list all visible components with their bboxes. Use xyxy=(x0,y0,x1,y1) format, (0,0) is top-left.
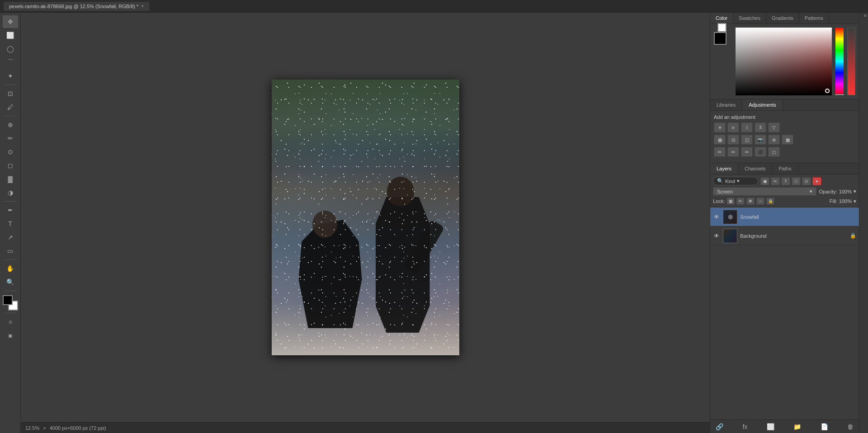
foreground-color-swatch[interactable] xyxy=(3,295,13,305)
path-select-tool[interactable]: ↗ xyxy=(3,231,18,244)
layer-mask-btn[interactable]: ⬜ xyxy=(765,422,776,431)
marquee-rect-tool[interactable]: ⬜ xyxy=(3,29,18,42)
canvas-image xyxy=(272,80,459,355)
kind-label: Kind xyxy=(725,179,735,184)
canvas-container[interactable] xyxy=(21,13,710,422)
lasso-tool[interactable]: ⌒ xyxy=(3,56,18,69)
adjustments-panel: Libraries Adjustments Add an adjustment … xyxy=(710,99,859,163)
new-group-btn[interactable]: 📁 xyxy=(792,422,803,431)
brush-tool[interactable]: ✏ xyxy=(3,132,18,145)
document-title: pexels-ramtin-ak-878668.jpg @ 12.5% (Sno… xyxy=(9,4,138,9)
posterize-btn[interactable]: ✏ xyxy=(727,147,739,157)
eyedropper-tool[interactable]: 🖊 xyxy=(3,101,18,113)
new-layer-btn[interactable]: 📄 xyxy=(819,422,830,431)
opacity-value[interactable]: 100% xyxy=(839,189,852,194)
zoom-tool[interactable]: 🔍 xyxy=(3,276,18,288)
magic-wand-tool[interactable]: ✦ xyxy=(3,70,18,82)
adjustments-body: Add an adjustment ☀ ≡ ⌇ ⧖ ▽ ▦ ⚖ ◫ 📷 ⊛ ▦ xyxy=(710,111,859,163)
adj-filter-btn[interactable]: ✏ xyxy=(771,177,780,185)
type-filter-btn[interactable]: T xyxy=(781,177,790,185)
layer-item-background[interactable]: 👁 Background 🔒 xyxy=(710,226,859,245)
marquee-ellipse-tool[interactable]: ◯ xyxy=(3,42,18,55)
layers-panel: Layers Channels Paths 🔍 Kind ▾ ▣ ✏ T xyxy=(710,163,859,433)
toolbar-separator-2 xyxy=(4,116,17,116)
bw-btn[interactable]: ◫ xyxy=(741,135,753,145)
fill-value[interactable]: 100% xyxy=(839,198,852,204)
filter-toggle-btn[interactable]: ● xyxy=(812,177,821,185)
blend-mode-dropdown[interactable]: Screen ▾ xyxy=(713,187,816,196)
kind-search[interactable]: 🔍 Kind ▾ xyxy=(713,177,758,185)
delete-layer-btn[interactable]: 🗑 xyxy=(845,422,855,431)
kind-dropdown-arrow: ▾ xyxy=(737,178,740,184)
lock-all-btn[interactable]: 🔒 xyxy=(766,198,774,205)
brightness-btn[interactable]: ☀ xyxy=(714,122,726,132)
background-color-display[interactable] xyxy=(717,23,726,32)
text-tool[interactable]: T xyxy=(3,217,18,230)
layers-controls: 🔍 Kind ▾ ▣ ✏ T ⬡ ⊙ ● xyxy=(710,174,859,207)
eraser-tool[interactable]: ◻ xyxy=(3,159,18,172)
lock-artboard-btn[interactable]: ↔ xyxy=(756,198,764,205)
opacity-strip[interactable] xyxy=(847,28,855,95)
document-tab[interactable]: pexels-ramtin-ak-878668.jpg @ 12.5% (Sno… xyxy=(4,2,149,11)
healing-tool[interactable]: ⊕ xyxy=(3,118,18,131)
close-tab-button[interactable]: × xyxy=(141,4,144,9)
hsl-btn[interactable]: ▦ xyxy=(714,135,726,145)
layer-item-snowfall[interactable]: 👁 Snowfall xyxy=(710,207,859,226)
gradient-tool[interactable]: ▓ xyxy=(3,173,18,185)
smart-filter-btn[interactable]: ⊙ xyxy=(802,177,811,185)
layer-effects-btn[interactable]: fx xyxy=(741,422,749,431)
colorbalance-btn[interactable]: ⚖ xyxy=(727,135,739,145)
colorlookup-btn[interactable]: ▦ xyxy=(782,135,793,145)
tab-libraries[interactable]: Libraries xyxy=(710,99,742,110)
blend-mode-row: Screen ▾ Opacity: 100% ▾ xyxy=(713,187,856,196)
channelmixer-btn[interactable]: ⊛ xyxy=(768,135,780,145)
hue-slider[interactable] xyxy=(835,28,844,95)
crop-tool[interactable]: ⊡ xyxy=(3,87,18,100)
color-gradient-picker[interactable] xyxy=(736,28,832,95)
shape-tool[interactable]: ▭ xyxy=(3,245,18,257)
invert-btn[interactable]: ✏ xyxy=(714,147,726,157)
vibrance-btn[interactable]: ▽ xyxy=(768,122,780,132)
lock-move-btn[interactable]: ✥ xyxy=(746,198,755,205)
levels-btn[interactable]: ≡ xyxy=(727,122,739,132)
tab-swatches[interactable]: Swatches xyxy=(733,13,766,24)
shape-filter-btn[interactable]: ⬡ xyxy=(792,177,801,185)
tab-channels[interactable]: Channels xyxy=(738,163,772,174)
tab-color[interactable]: Color xyxy=(710,13,733,24)
curves-btn[interactable]: ⌇ xyxy=(741,122,753,132)
layer-thumbnail-background xyxy=(723,229,737,243)
hand-tool[interactable]: ✋ xyxy=(3,262,18,275)
adjustment-row-1: ☀ ≡ ⌇ ⧖ ▽ xyxy=(714,122,855,132)
color-swatches[interactable] xyxy=(3,295,18,311)
kind-filter-row: 🔍 Kind ▾ ▣ ✏ T ⬡ ⊙ ● xyxy=(713,177,856,185)
clone-tool[interactable]: ⊙ xyxy=(3,146,18,158)
lock-position-btn[interactable]: ✏ xyxy=(736,198,745,205)
opacity-label: Opacity: xyxy=(819,189,837,194)
lock-pixels-btn[interactable]: ▦ xyxy=(726,198,735,205)
hue-indicator xyxy=(835,94,844,95)
quick-mask-tool[interactable]: ⊙ xyxy=(3,315,18,328)
title-bar: pexels-ramtin-ak-878668.jpg @ 12.5% (Sno… xyxy=(0,0,868,13)
selectivecolor-btn[interactable]: ⬛ xyxy=(755,147,766,157)
screen-mode-tool[interactable]: ▣ xyxy=(3,329,18,342)
tab-paths[interactable]: Paths xyxy=(773,163,798,174)
exposure-btn[interactable]: ⧖ xyxy=(755,122,766,132)
foreground-color-display[interactable] xyxy=(714,32,726,45)
canvas-area: 12.5% > 4000 px×6000 px (72 ppi) xyxy=(21,13,710,433)
dodge-tool[interactable]: ◑ xyxy=(3,186,18,199)
link-layers-btn[interactable]: 🔗 xyxy=(714,422,725,431)
tab-adjustments[interactable]: Adjustments xyxy=(742,99,783,110)
tab-layers[interactable]: Layers xyxy=(710,163,738,174)
tab-gradients[interactable]: Gradients xyxy=(766,13,799,24)
tab-patterns[interactable]: Patterns xyxy=(799,13,829,24)
photo-filter-btn[interactable]: 📷 xyxy=(755,135,766,145)
layer-visibility-background[interactable]: 👁 xyxy=(713,233,720,239)
gradientmap-btn[interactable]: ◻ xyxy=(768,147,780,157)
panel-collapse-btn[interactable]: ≡ xyxy=(860,14,868,17)
pen-tool[interactable]: ✒ xyxy=(3,204,18,216)
pixel-filter-btn[interactable]: ▣ xyxy=(760,177,769,185)
document-dimensions: 4000 px×6000 px (72 ppi) xyxy=(50,425,106,431)
move-tool[interactable]: ✥ xyxy=(3,15,18,28)
layer-visibility-snowfall[interactable]: 👁 xyxy=(713,214,720,220)
threshold-btn[interactable]: ✏ xyxy=(741,147,753,157)
